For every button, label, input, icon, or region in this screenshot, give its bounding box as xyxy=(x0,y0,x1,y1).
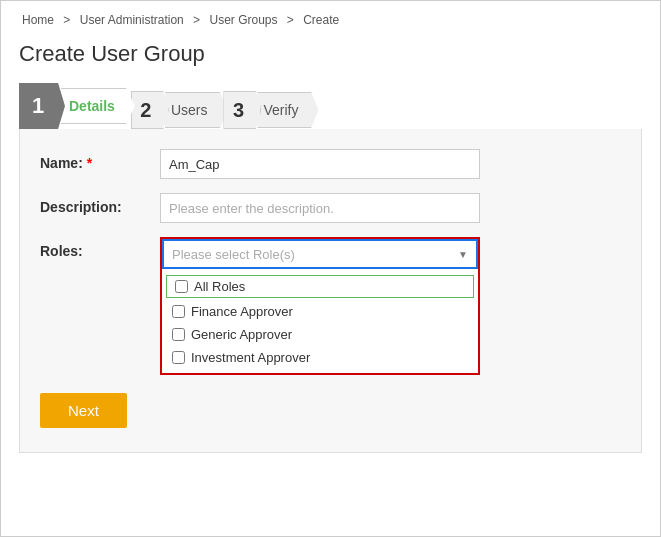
investment-approver-label: Investment Approver xyxy=(191,350,310,365)
roles-option-finance[interactable]: Finance Approver xyxy=(162,300,478,323)
breadcrumb-sep2: > xyxy=(193,13,200,27)
chevron-down-icon: ▼ xyxy=(458,249,468,260)
investment-approver-checkbox[interactable] xyxy=(172,351,185,364)
step-2-number: 2 xyxy=(131,91,169,129)
name-row: Name: * xyxy=(40,149,621,179)
generic-approver-checkbox[interactable] xyxy=(172,328,185,341)
generic-approver-label: Generic Approver xyxy=(191,327,292,342)
step-2-label: Users xyxy=(165,92,228,128)
description-row: Description: xyxy=(40,193,621,223)
roles-options-list: All Roles Finance Approver Generic Appro… xyxy=(162,269,478,373)
finance-approver-checkbox[interactable] xyxy=(172,305,185,318)
breadcrumb-home: Home xyxy=(22,13,54,27)
step-1-label: Details xyxy=(61,88,135,124)
description-label: Description: xyxy=(40,193,160,215)
breadcrumb-sep3: > xyxy=(287,13,294,27)
breadcrumb-sep1: > xyxy=(63,13,70,27)
step-3[interactable]: 3 Verify xyxy=(227,91,318,129)
next-button[interactable]: Next xyxy=(40,393,127,428)
page-wrapper: Home > User Administration > User Groups… xyxy=(0,0,661,537)
step-1[interactable]: 1 Details xyxy=(19,83,135,129)
step-2[interactable]: 2 Users xyxy=(135,91,228,129)
roles-option-investment[interactable]: Investment Approver xyxy=(162,346,478,369)
roles-option-generic[interactable]: Generic Approver xyxy=(162,323,478,346)
all-roles-label: All Roles xyxy=(194,279,245,294)
description-input[interactable] xyxy=(160,193,480,223)
breadcrumb-user-groups: User Groups xyxy=(209,13,277,27)
step-3-label: Verify xyxy=(257,92,318,128)
roles-option-all[interactable]: All Roles xyxy=(166,275,474,298)
finance-approver-label: Finance Approver xyxy=(191,304,293,319)
required-star: * xyxy=(87,155,92,171)
roles-select-placeholder: Please select Role(s) xyxy=(172,247,454,262)
page-title: Create User Group xyxy=(19,41,642,67)
breadcrumb-user-admin: User Administration xyxy=(80,13,184,27)
roles-dropdown-wrapper: Please select Role(s) ▼ All Roles Financ… xyxy=(160,237,480,375)
roles-label: Roles: xyxy=(40,237,160,259)
name-label: Name: * xyxy=(40,149,160,171)
breadcrumb-create: Create xyxy=(303,13,339,27)
step-1-number: 1 xyxy=(19,83,65,129)
form-area: Name: * Description: Roles: Please selec… xyxy=(19,129,642,453)
name-input[interactable] xyxy=(160,149,480,179)
roles-select-header[interactable]: Please select Role(s) ▼ xyxy=(162,239,478,269)
roles-row: Roles: Please select Role(s) ▼ All Roles… xyxy=(40,237,621,375)
all-roles-checkbox[interactable] xyxy=(175,280,188,293)
step-3-number: 3 xyxy=(223,91,261,129)
breadcrumb: Home > User Administration > User Groups… xyxy=(19,13,642,27)
steps-container: 1 Details 2 Users 3 Verify xyxy=(19,83,642,129)
